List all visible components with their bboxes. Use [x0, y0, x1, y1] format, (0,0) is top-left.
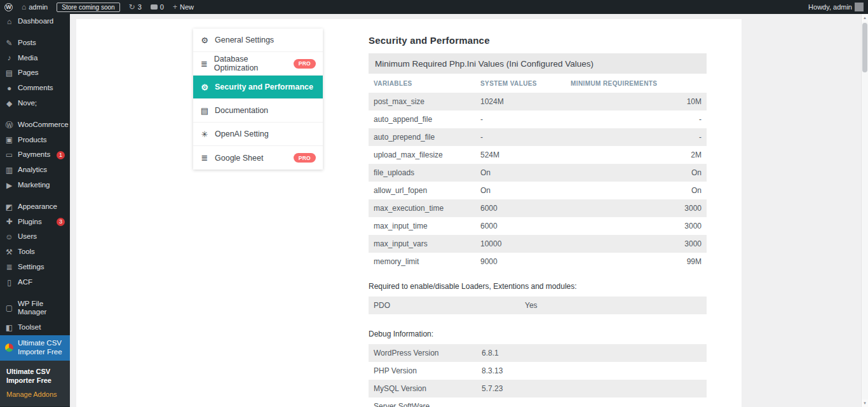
sidebar-item-appearance[interactable]: ◩Appearance [0, 199, 70, 215]
ini-values-table: post_max_size1024M10Mauto_append_file--a… [369, 93, 707, 270]
sidebar-item-label: Analytics [18, 166, 65, 175]
tab-openai-setting[interactable]: ✳OpenAI Setting [193, 123, 323, 146]
scrollbar-down-arrow[interactable]: ▾ [862, 399, 868, 407]
submenu-item-ultimate-csv-importer-free[interactable]: Ultimate CSV Importer Free [0, 364, 70, 388]
comments-menu[interactable]: 0 [146, 0, 168, 14]
loaders-table: PDOYes [369, 297, 707, 314]
scrollbar-thumb[interactable] [862, 23, 867, 72]
document-icon: ▤ [200, 107, 209, 115]
sidebar-item-payments[interactable]: ▭Payments1 [0, 147, 70, 163]
file-manager-icon: ▢ [5, 304, 13, 312]
ini-minimum-requirement: 3000 [571, 204, 702, 213]
gear-icon: ⚙ [200, 36, 209, 44]
sidebar-item-acf[interactable]: ▯ACF [0, 275, 70, 290]
tab-database-optimization[interactable]: ≣Database OptimizationPRO [193, 52, 323, 76]
sidebar-item-label: Toolset [18, 323, 65, 332]
ini-table-row: memory_limit900099M [369, 253, 707, 270]
window-scrollbar[interactable]: ▴ ▾ [861, 14, 868, 407]
ini-table-row: file_uploadsOnOn [369, 164, 707, 182]
csv-importer-submenu: Ultimate CSV Importer FreeManage Addons [0, 361, 70, 407]
database-icon: ≣ [200, 60, 208, 68]
sidebar-item-wp-file-manager[interactable]: ▢WP File Manager [0, 297, 70, 321]
ini-system-value: On [480, 168, 571, 177]
store-coming-soon-badge: Store coming soon [57, 3, 119, 12]
products-icon: ▣ [5, 136, 13, 143]
sidebar-item-ultimate-csv-importer-free[interactable]: Ultimate CSV Importer Free [0, 335, 70, 361]
sidebar-item-tools[interactable]: ⚒Tools [0, 244, 70, 260]
ini-system-value: - [480, 133, 571, 142]
sidebar-item-comments[interactable]: ●Comments [0, 81, 70, 96]
tools-icon: ⚒ [5, 248, 13, 256]
sidebar-item-label: WooCommerce [18, 121, 69, 130]
tab-google-sheet[interactable]: ≣Google SheetPRO [193, 146, 323, 170]
new-content-menu[interactable]: + New [168, 0, 198, 14]
ini-minimum-requirement: - [571, 115, 702, 124]
debug-name: WordPress Version [374, 349, 482, 357]
debug-value: 8.3.13 [482, 366, 702, 375]
plus-icon: + [173, 3, 177, 11]
scrollbar-up-arrow[interactable]: ▴ [862, 14, 868, 22]
sidebar-item-analytics[interactable]: ▥Analytics [0, 163, 70, 178]
sidebar-item-posts[interactable]: ✎Posts [0, 36, 70, 51]
debug-name: PHP Version [374, 366, 482, 375]
sidebar-item-plugins[interactable]: ✚Plugins3 [0, 215, 70, 230]
ini-table-row: auto_append_file-- [369, 110, 707, 128]
tab-label: Google Sheet [215, 154, 263, 163]
tab-security-and-performance[interactable]: ⚙Security and Performance [193, 76, 323, 99]
sidebar-item-dashboard[interactable]: ⌂Dashboard [0, 14, 70, 29]
my-account-menu[interactable]: Howdy, admin [804, 0, 868, 14]
comments-icon: ● [5, 84, 13, 92]
site-name-label: admin [29, 3, 48, 11]
site-name-menu[interactable]: ⌂ admin [17, 0, 52, 14]
security-icon: ⚙ [200, 83, 209, 91]
main-content-area: ⚙General Settings≣Database OptimizationP… [70, 14, 861, 407]
sidebar-item-label: Products [18, 136, 65, 145]
sidebar-item-nove[interactable]: ◆Nove; [0, 96, 70, 111]
ini-minimum-requirement: 99M [571, 257, 702, 266]
comments-bubble-icon [151, 4, 158, 10]
submenu-item-manage-addons[interactable]: Manage Addons [0, 387, 70, 401]
ini-table-row: allow_url_fopenOnOn [369, 182, 707, 199]
sidebar-item-products[interactable]: ▣Products [0, 133, 70, 148]
updates-menu[interactable]: ↻ 3 [125, 0, 146, 14]
analytics-icon: ▥ [5, 166, 13, 174]
sidebar-item-settings[interactable]: ≣Settings [0, 260, 70, 275]
tab-label: General Settings [215, 36, 274, 44]
wordpress-menu[interactable]: W [0, 0, 17, 14]
nove-icon: ◆ [5, 100, 13, 107]
updates-icon: ↻ [129, 3, 135, 11]
sidebar-item-users[interactable]: ☺Users [0, 229, 70, 244]
sidebar-item-label: Media [18, 54, 65, 63]
ini-table-row: upload_max_filesize524M2M [369, 146, 707, 164]
dashboard-icon: ⌂ [5, 18, 13, 25]
sidebar-item-media[interactable]: ♪Media [0, 51, 70, 66]
woocommerce-icon: Ⓦ [5, 121, 13, 129]
sidebar-item-toolset[interactable]: ◧Toolset [0, 320, 70, 335]
sidebar-item-label: Users [18, 232, 65, 241]
admin-top-bar: W ⌂ admin Store coming soon ↻ 3 0 + New … [0, 0, 868, 14]
sidebar-item-label: Ultimate CSV Importer Free [18, 339, 65, 357]
ini-minimum-requirement: 2M [571, 150, 702, 159]
sidebar-item-marketing[interactable]: ▶Marketing [0, 178, 70, 193]
ini-variable-name: file_uploads [374, 168, 480, 177]
ini-table-row: auto_prepend_file-- [369, 128, 707, 146]
payments-icon: ▭ [5, 151, 13, 159]
sidebar-menu: ⌂Dashboard✎Posts♪Media▤Pages●Comments◆No… [0, 14, 70, 361]
sidebar-item-label: Marketing [18, 181, 65, 190]
ini-table-row: post_max_size1024M10M [369, 93, 707, 110]
debug-value: 5.7.23 [482, 384, 702, 393]
sidebar-item-woocommerce[interactable]: ⓌWooCommerce [0, 117, 70, 133]
pro-badge: PRO [294, 153, 316, 163]
ini-table-row: max_input_time60003000 [369, 217, 707, 235]
posts-icon: ✎ [5, 39, 13, 47]
ini-system-value: 9000 [480, 257, 571, 266]
ini-minimum-requirement: 3000 [571, 222, 702, 230]
csv-importer-logo [5, 344, 13, 352]
store-coming-soon[interactable]: Store coming soon [52, 0, 124, 14]
toolset-icon: ◧ [5, 324, 13, 331]
sidebar-item-pages[interactable]: ▤Pages [0, 65, 70, 81]
ini-system-value: 6000 [480, 222, 571, 230]
ini-variable-name: allow_url_fopen [374, 186, 480, 195]
tab-general-settings[interactable]: ⚙General Settings [193, 29, 323, 52]
tab-documentation[interactable]: ▤Documentation [193, 99, 323, 123]
